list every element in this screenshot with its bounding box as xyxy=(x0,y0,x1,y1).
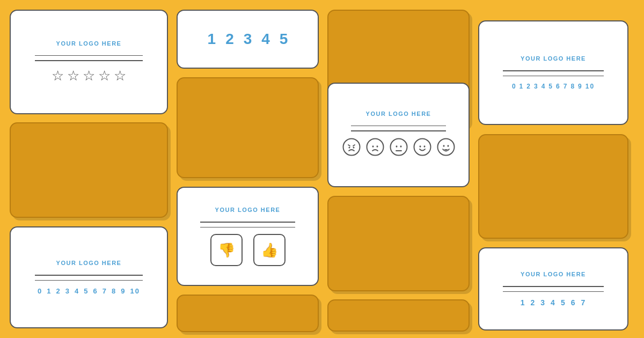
logo-text-3: YOUR LOGO HERE xyxy=(56,260,122,266)
svg-point-4 xyxy=(372,145,374,148)
svg-point-14 xyxy=(443,145,444,147)
svg-point-1 xyxy=(348,146,350,148)
emoji-angry xyxy=(342,138,361,160)
star-1: ☆ xyxy=(52,68,64,84)
emoji-very-happy xyxy=(437,138,455,160)
card-gold-3 xyxy=(177,295,319,332)
emoji-sad xyxy=(366,138,384,160)
divider-r2 xyxy=(503,286,604,287)
divider-thumbs xyxy=(200,222,295,223)
svg-point-2 xyxy=(353,146,354,148)
svg-point-3 xyxy=(367,138,383,155)
scale-1-5-numbers: 1 2 3 4 5 xyxy=(208,31,288,48)
star-3: ☆ xyxy=(83,68,95,84)
card-logo-scale-0-10-right: YOUR LOGO HERE 012345678910 xyxy=(478,20,628,125)
svg-point-15 xyxy=(447,145,449,147)
divider-thumbs2 xyxy=(200,227,295,228)
scale-0-10-right: 012345678910 xyxy=(512,83,595,90)
scale-0-10-left: 012345678910 xyxy=(38,287,140,295)
thumbs-down-icon: 👎 xyxy=(218,242,235,259)
scale-1-7-right: 1234567 xyxy=(521,298,587,307)
logo-text-right-2: YOUR LOGO HERE xyxy=(521,271,586,277)
logo-text-emojis: YOUR LOGO HERE xyxy=(366,111,431,117)
svg-point-12 xyxy=(423,145,425,148)
logo-text: YOUR LoGo HERE xyxy=(56,40,122,47)
svg-point-11 xyxy=(419,145,421,148)
card-gold-6 xyxy=(327,299,470,332)
divider-emojis2 xyxy=(351,130,446,131)
divider-3 xyxy=(35,275,143,276)
svg-point-13 xyxy=(437,138,454,155)
card-logo-thumbs: YOUR LOGO HERE 👎 👍 xyxy=(177,187,319,286)
svg-point-7 xyxy=(396,145,397,148)
card-logo-emojis: YOUR LOGO HERE xyxy=(327,83,470,187)
emoji-happy xyxy=(413,138,431,160)
card-gold-7 xyxy=(478,134,628,239)
star-4: ☆ xyxy=(98,68,111,84)
thumbs-display: 👎 👍 xyxy=(210,234,286,266)
stars-display: ☆ ☆ ☆ ☆ ☆ xyxy=(52,68,126,84)
main-layout: YOUR LoGo HERE ☆ ☆ ☆ ☆ ☆ YOUR LOGO HERE … xyxy=(0,0,644,338)
divider-r2b xyxy=(503,291,604,292)
card-logo-scale-1-7-right: YOUR LOGO HERE 1234567 xyxy=(478,247,628,330)
card-gold-2 xyxy=(177,77,319,178)
thumbs-up-icon: 👍 xyxy=(261,242,278,259)
card-logo-scale-0-10-left: YOUR LOGO HERE 012345678910 xyxy=(10,226,168,328)
emoji-neutral xyxy=(390,138,408,160)
svg-point-6 xyxy=(390,138,407,155)
thumbs-up-box: 👍 xyxy=(253,234,286,266)
divider-3b xyxy=(35,280,143,281)
star-5: ☆ xyxy=(114,68,126,84)
svg-point-5 xyxy=(376,145,378,148)
emoji-display xyxy=(342,138,455,160)
svg-point-8 xyxy=(400,145,401,148)
logo-text-thumbs: YOUR LOGO HERE xyxy=(215,207,281,213)
svg-point-0 xyxy=(343,138,360,155)
divider-r1 xyxy=(503,70,604,71)
card-logo-stars: YOUR LoGo HERE ☆ ☆ ☆ ☆ ☆ xyxy=(10,10,168,114)
card-gold-5 xyxy=(327,196,470,291)
divider-r1b xyxy=(503,76,604,77)
divider2 xyxy=(35,60,143,61)
divider-emojis xyxy=(351,126,446,127)
svg-point-10 xyxy=(414,138,430,155)
logo-text-right-1: YOUR LOGO HERE xyxy=(521,55,586,62)
card-scale-1-5: 1 2 3 4 5 xyxy=(177,10,319,69)
card-gold-1 xyxy=(10,122,168,218)
divider xyxy=(35,55,143,56)
thumbs-down-box: 👎 xyxy=(210,234,243,266)
star-2: ☆ xyxy=(67,68,79,84)
